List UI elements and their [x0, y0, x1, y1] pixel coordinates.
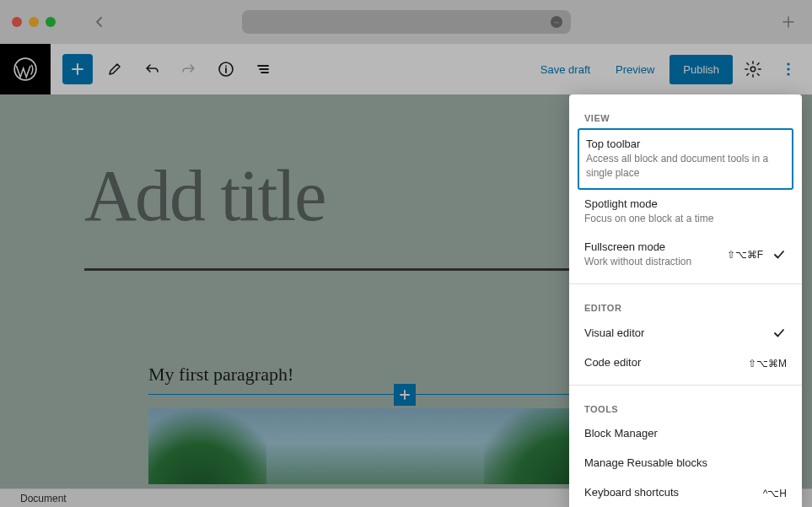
keyboard-shortcut: ⇧⌥⌘F [727, 249, 763, 261]
menu-item-label: Top toolbar [586, 138, 785, 150]
close-window-button[interactable] [12, 17, 22, 27]
menu-item-label: Keyboard shortcuts [584, 486, 755, 499]
window-controls [12, 17, 56, 27]
menu-item-visual-editor[interactable]: Visual editor [569, 318, 802, 348]
breadcrumb[interactable]: Document [20, 493, 67, 504]
menu-item-fullscreen-mode[interactable]: Fullscreen mode Work without distraction… [569, 233, 802, 277]
menu-item-spotlight-mode[interactable]: Spotlight mode Focus on one block at a t… [569, 190, 802, 234]
svg-point-4 [787, 67, 789, 70]
edit-mode-button[interactable] [99, 54, 130, 84]
maximize-window-button[interactable] [46, 17, 56, 27]
settings-button[interactable] [738, 54, 768, 84]
menu-item-label: Code editor [584, 356, 739, 369]
dropdown-section-header-editor: EDITOR [569, 291, 802, 318]
preview-button[interactable]: Preview [605, 57, 664, 83]
menu-item-description: Access all block and document tools in a… [586, 152, 785, 181]
keyboard-shortcut: ⇧⌥⌘M [748, 358, 787, 369]
menu-item-label: Visual editor [584, 326, 763, 339]
options-dropdown: VIEW Top toolbar Access all block and do… [569, 94, 802, 507]
svg-point-5 [787, 73, 789, 75]
menu-item-label: Block Manager [584, 427, 787, 440]
url-bar-menu-icon[interactable]: ··· [551, 16, 562, 28]
info-button[interactable] [211, 54, 241, 84]
new-tab-button[interactable] [782, 15, 795, 29]
menu-item-label: Fullscreen mode [584, 240, 718, 253]
add-block-button[interactable] [62, 54, 93, 84]
browser-back-button[interactable] [93, 15, 106, 29]
minimize-window-button[interactable] [29, 17, 39, 27]
menu-item-block-manager[interactable]: Block Manager [569, 419, 802, 449]
menu-item-description: Focus on one block at a time [584, 212, 787, 226]
undo-button[interactable] [137, 54, 167, 84]
svg-point-2 [750, 67, 756, 72]
menu-item-code-editor[interactable]: Code editor ⇧⌥⌘M [569, 348, 802, 378]
menu-item-description: Work without distraction [584, 255, 718, 269]
list-view-button[interactable] [248, 54, 278, 84]
redo-button [174, 54, 204, 84]
save-draft-button[interactable]: Save draft [530, 57, 600, 83]
menu-item-top-toolbar[interactable]: Top toolbar Access all block and documen… [578, 128, 793, 190]
check-icon [772, 247, 787, 262]
macos-titlebar: ··· [0, 0, 812, 44]
svg-point-3 [787, 62, 789, 65]
editor-toolbar: Save draft Preview Publish [0, 44, 812, 94]
menu-item-label: Spotlight mode [584, 197, 787, 210]
image-content [148, 408, 266, 484]
menu-item-manage-reusable-blocks[interactable]: Manage Reusable blocks [569, 449, 802, 478]
wordpress-logo[interactable] [0, 44, 51, 94]
publish-button[interactable]: Publish [669, 55, 733, 84]
check-icon [772, 326, 787, 341]
menu-item-label: Manage Reusable blocks [584, 456, 787, 469]
inline-add-block-button[interactable] [394, 384, 416, 406]
dropdown-section-header-view: VIEW [569, 101, 802, 128]
more-options-button[interactable] [773, 54, 804, 84]
browser-url-bar[interactable]: ··· [242, 10, 571, 34]
keyboard-shortcut: ^⌥H [763, 488, 787, 499]
title-separator [84, 268, 632, 271]
menu-item-keyboard-shortcuts[interactable]: Keyboard shortcuts ^⌥H [569, 478, 802, 507]
dropdown-section-header-tools: TOOLS [569, 392, 802, 419]
